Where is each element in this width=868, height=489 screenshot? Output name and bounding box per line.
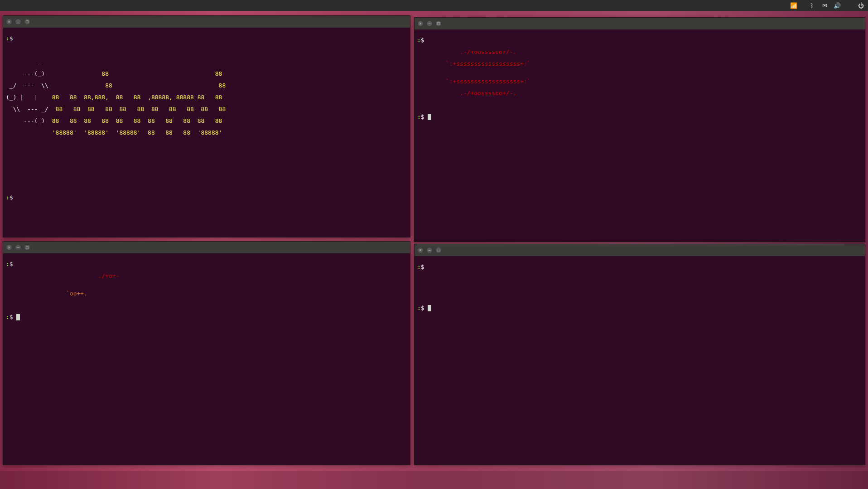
cursor [428, 114, 431, 120]
volume-icon[interactable]: 🔊 [834, 2, 841, 9]
terminal-window-linuxlogo[interactable]: × – □ :$ _ ---(_) [3, 15, 410, 237]
titlebar[interactable]: × – □ [3, 16, 410, 28]
close-icon[interactable]: × [6, 244, 12, 251]
close-icon[interactable]: × [6, 19, 12, 25]
power-icon[interactable]: ⏻ [857, 2, 864, 9]
launcher-dock [0, 471, 868, 489]
workspace: × – □ :$ _ ---(_) [0, 11, 868, 471]
terminal-body[interactable]: :$ .-/+oossssoo+/-. `:+sssssssssssssssss… [415, 29, 865, 242]
minimize-icon[interactable]: – [426, 20, 433, 27]
minimize-icon[interactable]: – [15, 19, 21, 25]
minimize-icon[interactable]: – [426, 247, 433, 253]
terminal-body[interactable]: :$ :$ [415, 256, 865, 465]
close-icon[interactable]: × [417, 20, 424, 27]
top-menu-bar: 📶 ᛒ ✉ 🔊 ⏻ [0, 0, 868, 11]
titlebar[interactable]: × – □ [415, 18, 865, 29]
maximize-icon[interactable]: □ [435, 247, 442, 253]
wifi-icon[interactable]: 📶 [790, 2, 797, 9]
maximize-icon[interactable]: □ [24, 19, 30, 25]
minimize-icon[interactable]: – [15, 244, 21, 251]
maximize-icon[interactable]: □ [24, 244, 30, 251]
close-icon[interactable]: × [417, 247, 424, 253]
bluetooth-icon[interactable]: ᛒ [808, 2, 815, 9]
titlebar[interactable]: × – □ [3, 242, 410, 253]
maximize-icon[interactable]: □ [435, 20, 442, 27]
terminal-body[interactable]: :$ ./+o+- `oo++. :$ [3, 253, 410, 465]
cursor [428, 305, 431, 311]
titlebar[interactable]: × – □ [415, 244, 865, 256]
cursor [16, 314, 20, 320]
terminal-window-archey[interactable]: × – □ :$ :$ [414, 244, 865, 465]
terminal-window-screenfetch[interactable]: × – □ :$ ./+o+- `oo++. :$ [3, 241, 410, 465]
messages-icon[interactable]: ✉ [821, 2, 828, 9]
terminal-body[interactable]: :$ _ ---(_) 88 [3, 28, 410, 237]
system-tray: 📶 ᛒ ✉ 🔊 ⏻ [790, 2, 864, 9]
terminal-window-neofetch[interactable]: × – □ :$ .-/+oossssoo+/-. `:+sssssssssss… [414, 17, 865, 242]
